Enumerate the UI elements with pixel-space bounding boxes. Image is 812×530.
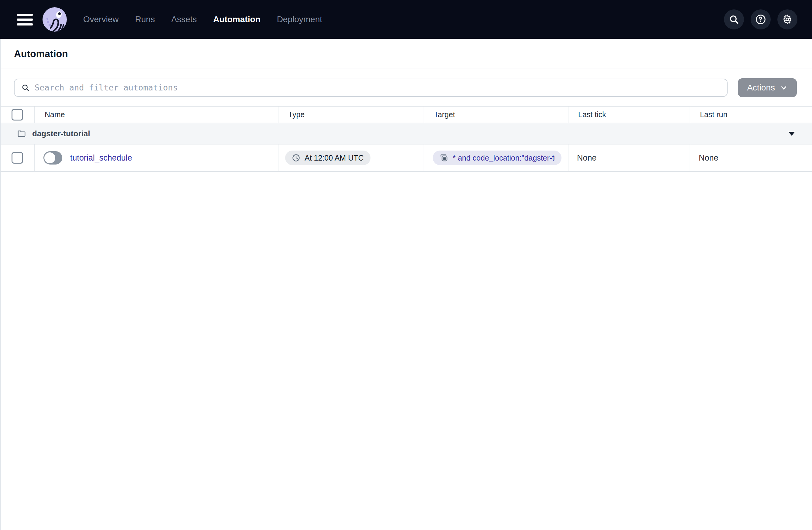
type-cell: At 12:00 AM UTC: [278, 145, 424, 171]
content-left-border: [0, 39, 1, 530]
actions-button-label: Actions: [747, 83, 775, 92]
page-header: Automation: [0, 39, 812, 69]
asset-group-icon: [439, 153, 449, 162]
menu-icon[interactable]: [17, 14, 33, 26]
header-checkbox-cell: [0, 106, 35, 123]
nav-item-runs[interactable]: Runs: [135, 15, 155, 24]
search-input[interactable]: [34, 83, 720, 92]
toggle-knob: [44, 152, 55, 163]
column-header-type: Type: [278, 106, 424, 123]
target-selection-badge[interactable]: * and code_location:"dagster-tut: [433, 150, 562, 165]
select-row-checkbox[interactable]: [12, 152, 23, 164]
last-tick-cell: None: [568, 145, 690, 171]
schedule-type-badge: At 12:00 AM UTC: [285, 150, 371, 165]
target-cell: * and code_location:"dagster-tut: [424, 145, 568, 171]
nav-item-automation[interactable]: Automation: [213, 15, 261, 24]
nav-item-assets[interactable]: Assets: [171, 15, 197, 24]
automation-toggle-off[interactable]: [43, 151, 62, 164]
help-button[interactable]: [751, 10, 771, 29]
group-row-dagster-tutorial[interactable]: dagster-tutorial: [0, 123, 812, 145]
target-selection-label: * and code_location:"dagster-tut: [453, 153, 555, 162]
column-header-last-run: Last run: [690, 106, 812, 123]
select-all-checkbox[interactable]: [12, 109, 23, 120]
search-icon: [729, 14, 739, 25]
global-search-button[interactable]: [724, 10, 744, 29]
toolbar: Actions: [0, 69, 812, 106]
column-header-last-tick: Last tick: [568, 106, 690, 123]
clock-icon: [292, 153, 300, 162]
nav-links: Overview Runs Assets Automation Deployme…: [83, 15, 322, 24]
actions-button[interactable]: Actions: [738, 78, 797, 97]
gear-icon: [782, 14, 793, 25]
name-cell: tutorial_schedule: [35, 145, 278, 171]
nav-item-deployment[interactable]: Deployment: [277, 15, 322, 24]
nav-item-overview[interactable]: Overview: [83, 15, 119, 24]
table-header-row: Name Type Target Last tick Last run: [0, 106, 812, 123]
schedule-type-label: At 12:00 AM UTC: [305, 153, 364, 162]
search-icon: [21, 84, 30, 92]
help-icon: [755, 14, 766, 25]
group-label: dagster-tutorial: [32, 129, 90, 138]
automations-table: Name Type Target Last tick Last run dags…: [0, 106, 812, 172]
chevron-down-icon: [780, 84, 788, 92]
row-checkbox-cell: [0, 145, 35, 171]
page-title: Automation: [14, 48, 68, 59]
folder-icon: [17, 129, 26, 138]
top-nav: Overview Runs Assets Automation Deployme…: [0, 0, 812, 39]
search-box: [14, 79, 728, 97]
automation-page: Overview Runs Assets Automation Deployme…: [0, 0, 812, 530]
table-row-tutorial-schedule: tutorial_schedule At 12:00 AM UTC: [0, 145, 812, 172]
settings-button[interactable]: [778, 10, 797, 29]
automation-name-link[interactable]: tutorial_schedule: [70, 153, 132, 163]
dagster-logo[interactable]: [42, 7, 68, 32]
column-header-target: Target: [424, 106, 568, 123]
column-header-name: Name: [35, 106, 278, 123]
last-run-cell: None: [690, 145, 812, 171]
caret-down-icon[interactable]: [788, 132, 795, 136]
